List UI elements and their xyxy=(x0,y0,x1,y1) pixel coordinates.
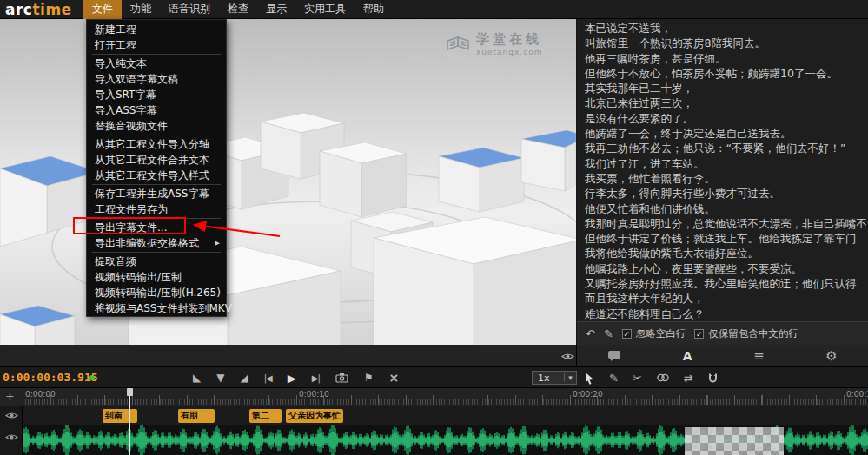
comment-bubble-icon[interactable] xyxy=(607,350,621,362)
menu-item-transcode-output[interactable]: 视频转码输出/压制 xyxy=(87,269,226,285)
arctime-window: arctime 文件 功能 语音识别 检查 显示 实用工具 帮助 xyxy=(0,0,868,455)
menu-check[interactable]: 检查 xyxy=(219,0,257,19)
menu-item-import-srt[interactable]: 导入SRT字幕 xyxy=(87,87,226,102)
text-line[interactable]: 其实我那年已二十岁， xyxy=(577,81,868,96)
menu-item-save-and-generate-ass[interactable]: 保存工程并生成ASS字幕 xyxy=(87,186,226,201)
panel-toolbar: A ≡ ⚙ xyxy=(577,345,868,367)
swap-tool-icon[interactable]: ⇄ xyxy=(684,372,693,385)
text-line[interactable]: 他嘱我路上小心，夜里要警醒些，不要受凉。 xyxy=(577,261,868,276)
undo-icon[interactable]: ↶ xyxy=(586,328,595,340)
imported-text-panel: 本已说定不送我， 叫旅馆里一个熟识的茶房8陪我同去。 他再三嘱咐茶房，甚是仔细。… xyxy=(577,19,868,345)
playhead-handle[interactable] xyxy=(127,388,133,396)
gear-icon[interactable]: ⚙ xyxy=(825,350,837,363)
ruler-label: 0:00:10 xyxy=(299,390,329,399)
text-line[interactable]: 但他终于讲定了价钱；就送我上车。他给我拣定了靠车门 xyxy=(577,231,868,246)
text-line[interactable]: 他踌躇了一会，终于决定还是自己送我去。 xyxy=(577,126,868,141)
subtitle-track-eye-icon[interactable] xyxy=(5,411,18,420)
menu-item-merge-text-from-project[interactable]: 从其它工程文件合并文本 xyxy=(87,152,226,168)
next-frame-button[interactable]: ▶| xyxy=(312,373,320,383)
menu-separator xyxy=(92,252,221,253)
ruler-label: 0:00:30 xyxy=(846,390,868,399)
ignore-blank-lines-checkbox[interactable]: ✓ 忽略空白行 xyxy=(622,327,686,340)
text-line[interactable]: 又嘱托茶房好好照应我。我心里暗笑他的迂；他们只认得 xyxy=(577,276,868,291)
subtitle-track[interactable]: 到南 有朋 第二 父亲因为事忙 xyxy=(23,406,868,425)
menu-item-import-plain-text[interactable]: 导入纯文本 xyxy=(87,56,226,71)
prev-frame-button[interactable]: |◀ xyxy=(264,373,272,383)
screenshot-camera-icon[interactable] xyxy=(335,373,348,383)
menu-item-transcode-output-h265[interactable]: 视频转码输出/压制(H.265) xyxy=(87,285,226,300)
logo-time: time xyxy=(32,1,71,18)
edit-tools: ✎ ✂ ⇄ xyxy=(584,367,719,388)
menu-item-import-style-from-project[interactable]: 从其它工程文件导入样式 xyxy=(87,168,226,183)
text-line[interactable]: 他便又忙着和他们讲价钱。 xyxy=(577,201,868,216)
text-line[interactable]: 北京已来往过两三次， xyxy=(577,96,868,110)
text-line[interactable]: 他再三嘱咐茶房，甚是仔细。 xyxy=(577,51,868,66)
watermark: 学堂在线 xuetangx.com xyxy=(445,31,542,56)
subtitle-visibility-eye-icon[interactable] xyxy=(561,352,574,361)
text-line[interactable]: 我那时真是聪明过分，总觉他说话不大漂亮，非自己插嘴不 xyxy=(577,216,868,231)
menu-item-extract-audio[interactable]: 提取音频 xyxy=(87,254,226,269)
menu-bar: arctime 文件 功能 语音识别 检查 显示 实用工具 帮助 xyxy=(0,0,868,19)
text-line[interactable]: 我再三劝他不必去；他只说：“不要紧，他们去不好！” xyxy=(577,141,868,155)
track-gutter xyxy=(0,406,23,455)
link-tool-icon[interactable] xyxy=(656,373,670,383)
text-line[interactable]: 行李太多，得向脚夫行些小费才可过去。 xyxy=(577,186,868,201)
transport-bar: 0:00:00:03.915 ◣ ▼ ◢ |◀ ▶ ▶| ⚑ × 1x ▾ ✎ … xyxy=(0,367,868,388)
edit-pencil-icon[interactable]: ✎ xyxy=(604,328,613,340)
menu-functions[interactable]: 功能 xyxy=(122,0,160,19)
timeline-subtitle-clip[interactable]: 有朋 xyxy=(178,409,215,423)
menu-item-open-project[interactable]: 打开工程 xyxy=(87,37,226,53)
select-cursor-icon[interactable] xyxy=(584,372,595,385)
text-line[interactable]: 是没有什么要紧的了。 xyxy=(577,111,868,126)
text-line[interactable]: 而且我这样大年纪的人， xyxy=(577,291,868,306)
ignore-blank-lines-label: 忽略空白行 xyxy=(636,327,686,340)
play-button[interactable]: ▶ xyxy=(288,372,296,385)
file-dropdown-menu: 新建工程 打开工程 导入纯文本 导入双语字幕文稿 导入SRT字幕 导入ASS字幕… xyxy=(86,19,227,317)
playback-speed-select[interactable]: 1x ▾ xyxy=(532,371,577,385)
text-line[interactable]: 但他终于不放心，怕茶房不妥帖；颇踌躇10了一会。 xyxy=(577,66,868,81)
menu-item-replace-media[interactable]: 替换音视频文件 xyxy=(87,118,226,134)
text-line[interactable]: 本已说定不送我， xyxy=(577,21,868,36)
timeline-subtitle-clip[interactable]: 到南 xyxy=(103,409,137,423)
text-line[interactable]: 我买票，他忙着照看行李。 xyxy=(577,171,868,186)
menu-speech-recognition[interactable]: 语音识别 xyxy=(160,0,219,19)
timeline-subtitle-clip[interactable]: 父亲因为事忙 xyxy=(286,409,343,423)
menu-file[interactable]: 文件 xyxy=(83,0,122,19)
menu-display[interactable]: 显示 xyxy=(257,0,295,19)
font-style-icon[interactable]: A xyxy=(683,350,692,362)
middle-toolbar-row: A ≡ ⚙ xyxy=(0,345,868,367)
annotation-red-rectangle xyxy=(73,217,186,234)
zoom-in-icon[interactable]: + xyxy=(5,390,15,403)
keep-chinese-only-checkbox[interactable]: ✓ 仅保留包含中文的行 xyxy=(694,327,798,340)
playhead-line[interactable] xyxy=(129,388,130,455)
delete-cross-icon[interactable]: × xyxy=(389,371,400,385)
menu-item-import-bilingual[interactable]: 导入双语字幕文稿 xyxy=(87,71,226,87)
text-panel-options-bar: ↶ ✎ ✓ 忽略空白行 ✓ 仅保留包含中文的行 xyxy=(577,321,868,345)
text-line[interactable]: 难道还不能料理自己么？ xyxy=(577,307,868,321)
menu-separator xyxy=(92,54,221,55)
waveform-track-eye-icon[interactable] xyxy=(5,432,18,442)
menu-item-new-project[interactable]: 新建工程 xyxy=(87,22,226,37)
list-icon[interactable]: ≡ xyxy=(753,350,765,363)
menu-items: 文件 功能 语音识别 检查 显示 实用工具 帮助 xyxy=(83,0,393,19)
status-dot xyxy=(89,375,95,380)
marker-tool-right-icon[interactable]: ◢ xyxy=(240,372,248,384)
bookmark-flag-icon[interactable]: ⚑ xyxy=(364,372,374,384)
menu-item-mux-ass-to-mkv[interactable]: 将视频与ASS文件封装到MKV xyxy=(87,300,226,316)
text-line[interactable]: 我们过了江，进了车站。 xyxy=(577,156,868,171)
watermark-title: 学堂在线 xyxy=(476,31,542,48)
pixelated-watermark-block xyxy=(685,427,784,455)
marker-tool-left-icon[interactable]: ◣ xyxy=(193,372,201,384)
menu-item-import-ass[interactable]: 导入ASS字幕 xyxy=(87,102,226,118)
watermark-book-icon xyxy=(445,33,471,56)
text-line[interactable]: 叫旅馆里一个熟识的茶房8陪我同去。 xyxy=(577,36,868,50)
magnet-tool-icon[interactable] xyxy=(707,373,719,384)
text-line[interactable]: 我将他给我做的紫毛大衣铺好座位。 xyxy=(577,246,868,260)
menu-item-import-track-from-project[interactable]: 从其它工程文件导入分轴 xyxy=(87,136,226,152)
edit-tool-icon[interactable]: ✎ xyxy=(609,372,619,385)
timeline-subtitle-clip[interactable]: 第二 xyxy=(249,409,282,423)
menu-help[interactable]: 帮助 xyxy=(354,0,393,19)
menu-utilities[interactable]: 实用工具 xyxy=(295,0,354,19)
marker-tool-down-icon[interactable]: ▼ xyxy=(216,372,224,384)
scissors-tool-icon[interactable]: ✂ xyxy=(633,372,642,385)
